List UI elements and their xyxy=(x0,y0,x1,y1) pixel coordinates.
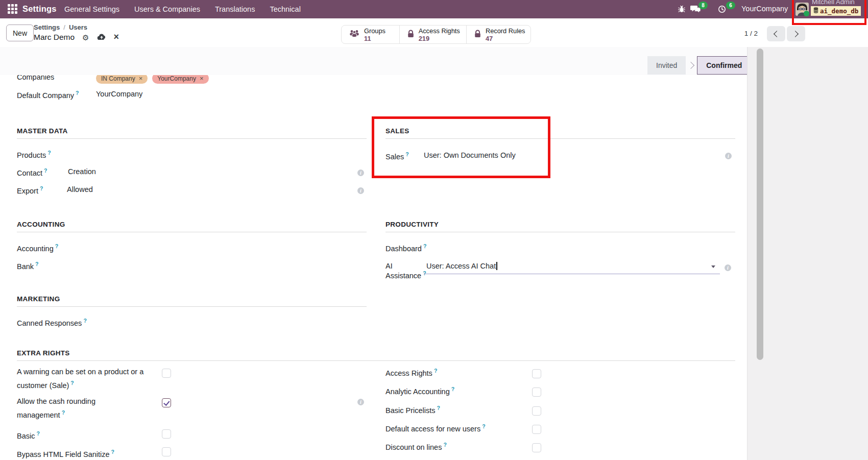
record-name: Marc Demo xyxy=(34,33,75,42)
lock-icon xyxy=(407,30,415,40)
breadcrumb-users[interactable]: Users xyxy=(69,23,87,31)
database-name: ai_demo_db xyxy=(820,7,858,15)
section-extra-rights: EXTRA RIGHTS xyxy=(17,348,735,361)
tag-delete-icon[interactable]: × xyxy=(139,75,143,82)
help-mark: ? xyxy=(405,151,408,157)
activity-clock-icon[interactable] xyxy=(718,5,726,15)
field-row-dashboard: Dashboard? xyxy=(385,243,426,253)
help-mark: ? xyxy=(76,90,79,96)
apps-grid-icon[interactable] xyxy=(8,4,18,14)
company-switcher[interactable]: YourCompany xyxy=(741,5,788,13)
field-value[interactable]: Creation xyxy=(68,167,96,176)
company-tag[interactable]: IN Company × xyxy=(96,75,148,84)
tag-label: YourCompany xyxy=(157,75,196,82)
help-mark: ? xyxy=(434,368,437,374)
checkbox-discount-lines[interactable] xyxy=(532,443,541,452)
help-mark: ? xyxy=(70,380,74,386)
checkbox-default-access[interactable] xyxy=(532,425,541,434)
new-button[interactable]: New xyxy=(6,25,34,41)
field-label: Accounting? xyxy=(17,243,58,253)
groups-icon xyxy=(349,30,360,39)
status-step-confirmed[interactable]: Confirmed xyxy=(697,56,751,75)
lock-icon xyxy=(474,30,481,40)
info-icon: i xyxy=(357,170,364,176)
database-icon xyxy=(813,7,818,15)
scrollbar-thumb[interactable] xyxy=(757,49,763,360)
field-row-export: Export? Allowed xyxy=(17,185,93,195)
checkbox-bypass-html[interactable] xyxy=(162,447,171,456)
help-mark: ? xyxy=(443,442,446,448)
dropdown-caret-icon[interactable] xyxy=(711,265,715,268)
section-title: SALES xyxy=(385,127,409,135)
stat-button-groups[interactable]: Groups 11 xyxy=(342,26,399,43)
extra-right-label: Discount on lines? xyxy=(385,442,447,451)
form-sheet: Companies IN Company × YourCompany × Def… xyxy=(0,75,747,460)
ai-assistance-input[interactable]: User: Access AI Chat xyxy=(424,260,720,274)
app-name: Settings xyxy=(22,4,57,14)
user-name[interactable]: Mitchell Admin xyxy=(812,0,855,6)
menu-technical[interactable]: Technical xyxy=(268,5,302,13)
database-badge[interactable]: ai_demo_db xyxy=(811,6,861,16)
pager-next-button[interactable] xyxy=(787,26,805,41)
field-label: Bank? xyxy=(17,261,38,271)
checkbox-basic[interactable] xyxy=(162,429,171,439)
discard-icon[interactable]: × xyxy=(114,32,119,41)
text-cursor xyxy=(496,262,497,270)
pager-count[interactable]: 1 / 2 xyxy=(739,30,763,37)
stat-buttons: Groups 11 Access Rights 219 xyxy=(341,25,531,44)
help-mark: ? xyxy=(83,318,86,324)
section-title: ACCOUNTING xyxy=(17,221,65,228)
record-title-row: Marc Demo ⚙ × xyxy=(34,33,119,42)
chevron-right-icon xyxy=(792,31,799,37)
section-title: EXTRA RIGHTS xyxy=(17,349,70,357)
bug-icon[interactable] xyxy=(678,5,686,15)
stat-button-record-rules[interactable]: Record Rules 47 xyxy=(466,26,531,43)
stat-label: Access Rights xyxy=(419,27,460,35)
help-mark: ? xyxy=(35,261,38,267)
tag-label: IN Company xyxy=(101,75,135,82)
menu-users-companies[interactable]: Users & Companies xyxy=(132,5,202,13)
info-icon: i xyxy=(357,187,364,194)
navbar-menu: General Settings Users & Companies Trans… xyxy=(62,0,303,18)
pager-previous-button[interactable] xyxy=(767,26,785,41)
cloud-save-icon[interactable] xyxy=(97,33,106,41)
checkbox-access-rights[interactable] xyxy=(532,369,541,378)
section-accounting: ACCOUNTING xyxy=(17,220,367,232)
messages-badge: 8 xyxy=(698,2,708,9)
checkbox-cash-rounding[interactable] xyxy=(162,398,171,407)
field-value[interactable]: User: Own Documents Only xyxy=(424,151,516,159)
field-row-canned-responses: Canned Responses? xyxy=(17,318,87,327)
right-gutter xyxy=(747,47,868,460)
extra-right-label: Basic Pricelists? xyxy=(385,405,440,415)
extra-right-label: Basic? xyxy=(17,428,146,442)
company-tag[interactable]: YourCompany × xyxy=(152,75,208,84)
checkbox-analytic-accounting[interactable] xyxy=(532,388,541,397)
checkbox-warning-product[interactable] xyxy=(162,369,171,378)
help-mark: ? xyxy=(482,423,485,429)
breadcrumb-settings[interactable]: Settings xyxy=(34,23,60,31)
field-label: Default Company? xyxy=(17,90,96,100)
extra-right-label: Bypass HTML Field Sanitize? xyxy=(17,446,146,460)
info-icon: i xyxy=(725,264,731,271)
field-row-ai-assistance: AI Assistance? xyxy=(385,262,426,280)
stat-label: Groups xyxy=(364,27,385,35)
stat-value: 47 xyxy=(486,35,525,42)
help-mark: ? xyxy=(451,386,454,392)
menu-general-settings[interactable]: General Settings xyxy=(62,5,122,13)
menu-translations[interactable]: Translations xyxy=(213,5,257,13)
status-step-invited[interactable]: Invited xyxy=(647,56,686,75)
stat-button-access-rights[interactable]: Access Rights 219 xyxy=(399,26,466,43)
field-row-accounting: Accounting? xyxy=(17,243,58,253)
field-label: Sales? xyxy=(385,151,424,161)
section-sales: SALES xyxy=(385,126,735,139)
companies-tags: IN Company × YourCompany × xyxy=(96,75,209,84)
gear-icon[interactable]: ⚙ xyxy=(82,34,89,41)
checkbox-basic-pricelists[interactable] xyxy=(532,406,541,416)
extra-right-label: Analytic Accounting? xyxy=(385,386,454,396)
tag-delete-icon[interactable]: × xyxy=(200,75,204,82)
field-value[interactable]: Allowed xyxy=(67,185,93,193)
control-panel: New Settings / Users Marc Demo ⚙ × xyxy=(0,18,868,47)
help-mark: ? xyxy=(62,409,65,416)
ai-assistance-value[interactable]: User: Access AI Chat xyxy=(426,262,496,270)
field-value[interactable]: YourCompany xyxy=(96,90,142,98)
